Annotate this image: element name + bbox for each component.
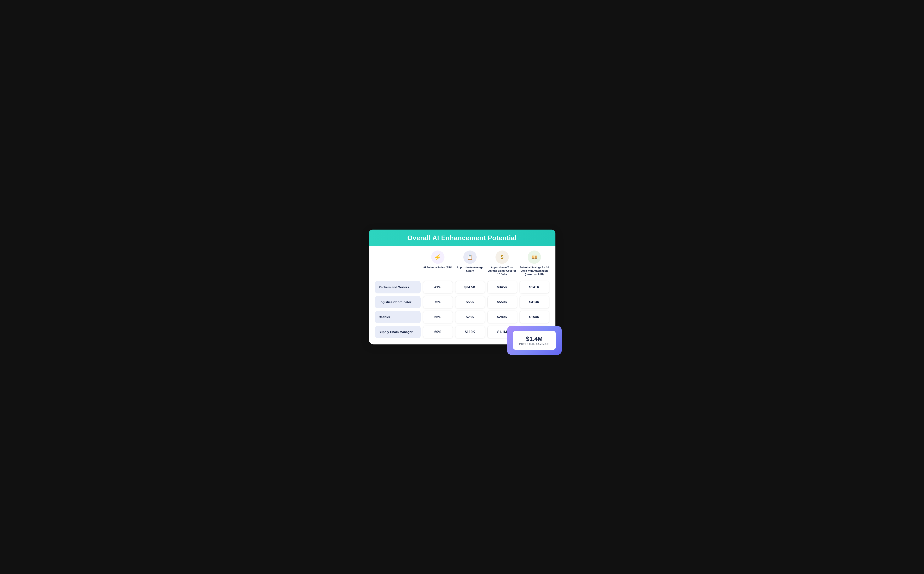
job-cell: Packers and Sorters (375, 281, 421, 293)
table-row: Logistics Coordinator 75% $55K $550K $41… (375, 296, 549, 308)
dollar-icon: $ (501, 254, 503, 260)
col-label-aipi: AI Potential Index (AIPI) (423, 266, 453, 269)
card-header: Overall AI Enhancement Potential (369, 230, 555, 246)
lightning-icon: ⚡ (434, 254, 442, 261)
col-header-total-salary: $ Approximate Total Annual Salary Cost f… (487, 251, 517, 276)
job-cell: Supply Chain Manager (375, 326, 421, 338)
col-header-aipi: ⚡ AI Potential Index (AIPI) (423, 251, 453, 276)
aipi-cell: 60% (423, 326, 453, 338)
savings-bg: $1.4M POTENTIAL SAVINGS! (507, 326, 562, 355)
col-header-avg-salary: 📋 Approximate Average Salary (455, 251, 485, 276)
avg-salary-cell: $28K (455, 311, 485, 323)
total-savings-amount: $1.4M (519, 336, 550, 342)
avg-salary-cell: $34.5K (455, 281, 485, 293)
total-salary-cell: $280K (487, 311, 517, 323)
job-cell: Cashier (375, 311, 421, 323)
total-salary-cell: $550K (487, 296, 517, 308)
savings-icon-circle: 💴 (528, 251, 541, 264)
savings-cell: $141K (520, 281, 549, 293)
calendar-icon: 📋 (467, 254, 473, 260)
job-cell: Logistics Coordinator (375, 296, 421, 308)
aipi-icon-circle: ⚡ (431, 251, 445, 264)
money-icon: 💴 (531, 254, 537, 260)
savings-card: $1.4M POTENTIAL SAVINGS! (513, 331, 556, 350)
column-headers: ⚡ AI Potential Index (AIPI) 📋 Approximat… (375, 251, 549, 278)
aipi-cell: 75% (423, 296, 453, 308)
col-header-savings: 💴 Potential Savings for 10 Jobs with Aut… (520, 251, 549, 276)
total-salary-cell: $345K (487, 281, 517, 293)
avg-salary-icon-circle: 📋 (464, 251, 477, 264)
avg-salary-cell: $55K (455, 296, 485, 308)
col-label-savings: Potential Savings for 10 Jobs with Autom… (520, 266, 549, 276)
table-row: Cashier 55% $28K $280K $154K (375, 311, 549, 323)
savings-cell: $413K (520, 296, 549, 308)
aipi-cell: 55% (423, 311, 453, 323)
col-label-avg-salary: Approximate Average Salary (455, 266, 485, 273)
total-salary-icon-circle: $ (495, 251, 509, 264)
job-col-header-empty (375, 251, 421, 276)
total-savings-label: POTENTIAL SAVINGS! (519, 343, 550, 345)
page-title: Overall AI Enhancement Potential (407, 234, 517, 241)
page-container: Overall AI Enhancement Potential ⚡ AI Po… (369, 230, 555, 344)
savings-wrapper: $1.4M POTENTIAL SAVINGS! (507, 326, 562, 355)
savings-cell: $154K (520, 311, 549, 323)
avg-salary-cell: $110K (455, 326, 485, 338)
col-label-total-salary: Approximate Total Annual Salary Cost for… (487, 266, 517, 276)
table-row: Packers and Sorters 41% $34.5K $345K $14… (375, 281, 549, 293)
aipi-cell: 41% (423, 281, 453, 293)
